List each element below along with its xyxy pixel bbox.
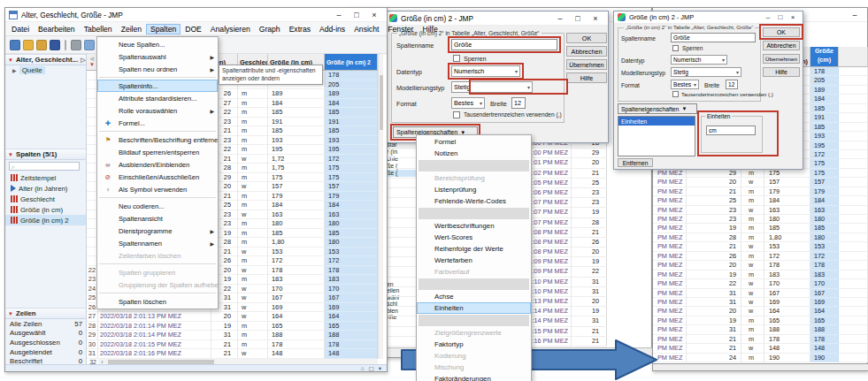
- table-row[interactable]: PM MEZ 23 m 180 180: [653, 215, 868, 224]
- menu-bar-item[interactable]: Analysieren: [206, 24, 255, 34]
- menu-item[interactable]: Einheiten: [417, 302, 531, 314]
- maximize-button[interactable]: □: [348, 9, 365, 21]
- modellierungstyp-select[interactable]: Stetig▾: [451, 81, 533, 93]
- modellierungstyp-select[interactable]: Stetig▾: [671, 67, 741, 77]
- datentyp-select[interactable]: Numerisch▾: [451, 65, 520, 77]
- menu-item[interactable]: [99, 293, 216, 293]
- uebernehmen-button[interactable]: Übernehmen: [566, 59, 607, 70]
- column-type-icon[interactable]: [11, 217, 18, 224]
- minimize-button[interactable]: –: [846, 9, 864, 21]
- menu-item[interactable]: Spaltennamen▶: [97, 237, 218, 249]
- close-button[interactable]: ×: [365, 9, 383, 21]
- maximize-button[interactable]: □: [569, 12, 587, 25]
- minimize-button[interactable]: –: [330, 9, 348, 21]
- listbox-item-einheiten[interactable]: Einheiten: [618, 117, 695, 126]
- menu-item[interactable]: Spalten neu ordnen▶: [97, 63, 218, 75]
- table-row[interactable]: PM MEZ 23 w 163 163: [653, 206, 868, 215]
- column-list-item[interactable]: Geschlecht: [5, 194, 86, 204]
- menu-item[interactable]: Listenprüfung: [417, 184, 531, 195]
- tausender-checkbox[interactable]: [672, 91, 679, 97]
- menu-bar-item[interactable]: Fenster: [383, 24, 418, 34]
- menu-item[interactable]: Faktortyp: [417, 339, 531, 350]
- menu-item[interactable]: ⊘Einschließen/Ausschließen: [97, 171, 218, 183]
- ok-button[interactable]: OK: [566, 33, 607, 43]
- table-row[interactable]: PM MEZ 25 m 184 184: [653, 196, 868, 205]
- column-list-item[interactable]: Zeitstempel: [5, 172, 86, 183]
- status-icon[interactable]: ▢: [369, 365, 374, 371]
- row-number-cell[interactable]: 31: [87, 349, 98, 359]
- table-row[interactable]: PM MEZ 26 m 172 172: [653, 252, 868, 261]
- format-select[interactable]: Bestes▾: [671, 80, 699, 89]
- table-row[interactable]: 30 2022/03/18 2:01:15 PM MEZ 21 m 178 17…: [87, 340, 378, 350]
- menu-item[interactable]: ⚑Beschriften/Beschriftung entfernen: [97, 133, 218, 146]
- collapse-icon[interactable]: ◁: [90, 56, 94, 62]
- menu-item[interactable]: [99, 263, 216, 264]
- source-script-row[interactable]: ▶Quelle: [5, 65, 86, 75]
- menu-item[interactable]: [419, 208, 529, 219]
- menu-bar-item[interactable]: Extras: [285, 24, 315, 34]
- menu-bar-item[interactable]: Datei: [7, 24, 34, 34]
- menu-item[interactable]: ✚Formel...: [97, 117, 218, 129]
- rows-menu-icon[interactable]: ▼: [89, 62, 95, 68]
- menu-item[interactable]: Wertbeschriftungen: [417, 220, 531, 232]
- einheiten-field[interactable]: cm: [706, 126, 756, 135]
- table-row[interactable]: 27 2022/03/18 2:01:13 PM MEZ 20 w 164 16…: [87, 312, 378, 322]
- breite-field[interactable]: 12: [726, 80, 738, 89]
- menu-item[interactable]: Gruppierung der Spalten aufheben: [97, 278, 218, 291]
- columns-panel-header[interactable]: ▼Spalten (5/1): [5, 149, 86, 160]
- spaltenname-field[interactable]: Größe: [671, 33, 756, 42]
- disclosure-icon[interactable]: ▼: [8, 311, 13, 316]
- spaltenname-field[interactable]: Größe: [451, 39, 557, 50]
- menu-item[interactable]: Wert-Scores: [417, 232, 531, 243]
- menu-bar-item[interactable]: Zeilen: [117, 24, 146, 34]
- menu-item[interactable]: Rolle vorauswählen▶: [97, 104, 218, 117]
- menu-item[interactable]: Reihenfolge der Werte: [417, 243, 531, 255]
- toolbar-icon[interactable]: [84, 40, 95, 50]
- rows-panel-header[interactable]: ▼Zeilen: [5, 308, 86, 319]
- menu-item[interactable]: Neue Spalten...: [97, 38, 218, 50]
- menu-item[interactable]: Spalteninfo...: [97, 80, 218, 92]
- status-icon[interactable]: ▾: [379, 365, 381, 371]
- menu-item[interactable]: Achse: [417, 291, 531, 302]
- menu-item[interactable]: Bildlauf sperren/entsperren: [97, 146, 218, 158]
- menu-item[interactable]: Spaltenansicht: [97, 212, 218, 225]
- menu-item[interactable]: Formel: [417, 136, 531, 148]
- scrollbar-thumb[interactable]: [380, 75, 383, 130]
- table-row[interactable]: PM MEZ 31 m 188 188: [653, 325, 868, 334]
- table-row[interactable]: PM MEZ 21 m 178 178: [653, 335, 868, 344]
- toolbar-icon[interactable]: [71, 40, 81, 50]
- abbrechen-button[interactable]: Abbrechen: [763, 41, 800, 50]
- disclosure-icon[interactable]: ▼: [8, 152, 13, 157]
- table-row[interactable]: PM MEZ 20 w 164 164: [653, 307, 868, 316]
- menu-item[interactable]: [99, 77, 216, 78]
- datentyp-select[interactable]: Numerisch▾: [671, 55, 727, 65]
- menu-bar-item[interactable]: Ansicht: [350, 24, 383, 34]
- table-row[interactable]: PM MEZ 21 m 179 179: [653, 187, 868, 196]
- close-button[interactable]: ×: [787, 11, 799, 24]
- menu-item[interactable]: Notizen: [417, 148, 531, 159]
- table-row[interactable]: 28 2022/03/18 2:01:14 PM MEZ 19 m 165 16…: [87, 322, 378, 331]
- minimize-button[interactable]: –: [551, 12, 569, 25]
- menu-item[interactable]: Neu codieren...: [97, 200, 218, 212]
- sperren-checkbox[interactable]: [672, 45, 679, 51]
- header-groesse-cm[interactable]: Größe(cm): [810, 47, 839, 67]
- toolbar-icon[interactable]: [23, 40, 34, 50]
- menu-bar-item[interactable]: Bearbeiten: [34, 24, 80, 34]
- table-panel-header[interactable]: ▼Alter, Geschlecht...▷: [5, 54, 86, 65]
- column-list-item[interactable]: Größe (in cm) 2: [5, 215, 86, 225]
- menu-item[interactable]: [419, 160, 529, 171]
- column-list-item[interactable]: Größe (in cm): [5, 204, 86, 215]
- menu-item[interactable]: Dienstprogramme▶: [97, 225, 218, 237]
- play-icon[interactable]: ▶: [12, 67, 17, 73]
- chevron-icon[interactable]: ▷: [81, 57, 85, 64]
- menu-bar-item[interactable]: Graph: [255, 24, 285, 34]
- table-row[interactable]: PM MEZ 24 m 190 190: [653, 354, 868, 362]
- menu-item[interactable]: Spalten löschen: [97, 295, 218, 308]
- menu-item[interactable]: ♀Als Symbol verwenden: [97, 183, 218, 195]
- menu-item[interactable]: [99, 131, 216, 132]
- hilfe-button[interactable]: Hilfe: [566, 72, 607, 83]
- entfernen-button[interactable]: Entfernen: [618, 158, 653, 167]
- menu-item[interactable]: Zellenfarben löschen: [97, 249, 218, 262]
- menu-item[interactable]: ∞Ausblenden/Einblenden: [97, 158, 218, 171]
- column-type-icon[interactable]: [11, 174, 18, 181]
